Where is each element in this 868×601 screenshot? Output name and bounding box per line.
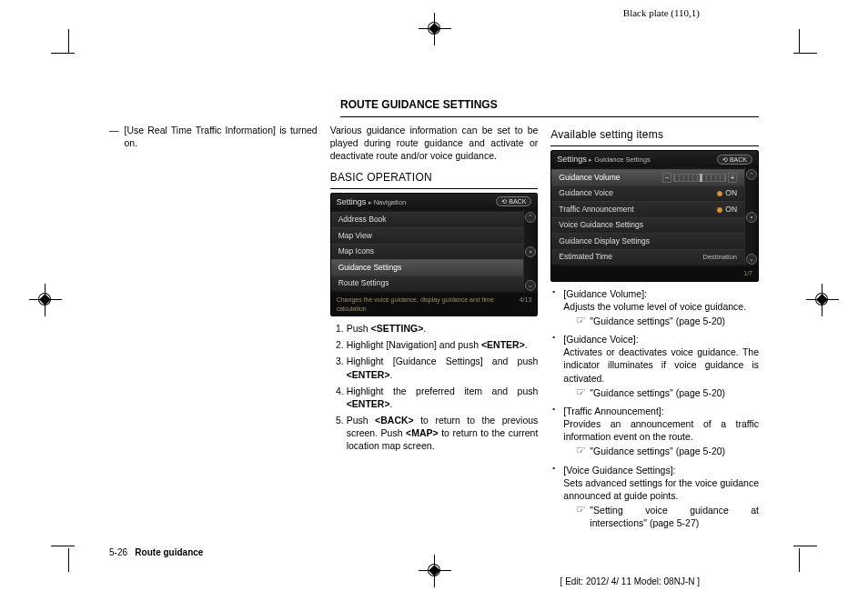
crop-mark [68,29,69,53]
ui-row-value-text: Destination [702,253,737,262]
reference: ☞"Guidance settings" (page 5-20) [563,386,759,399]
ui-breadcrumb-b: Navigation [374,198,406,206]
ui-scroll-up-icon: ⌃ [746,169,757,180]
page-footer-right: [ Edit: 2012/ 4/ 11 Model: 08NJ-N ] [560,576,700,586]
ui-scroll-mid-icon: • [746,212,757,223]
step-text: . [423,323,426,334]
basic-operation-heading: BASIC OPERATION [330,170,539,185]
step-text: Highlight [Navigation] and push [347,339,481,350]
crop-mark [68,548,69,572]
step: Highlight [Navigation] and push <ENTER>. [347,338,539,351]
step-key: <ENTER> [347,369,390,380]
page-footer-title: Route guidance [135,547,203,557]
setting-item-desc: Adjusts the volume level of voice guidan… [563,301,746,312]
ui-scroll-mid-icon: • [525,246,536,257]
setting-item-label: [Guidance Voice]: [563,334,638,345]
ui-row-value: ON [717,188,737,198]
setting-item: [Guidance Volume]: Adjusts the volume le… [550,287,759,328]
column-2: Various guidance information can be set … [330,124,539,536]
ui-breadcrumb: Settings ▸ Navigation [337,196,406,207]
step-text: Push [347,323,371,334]
step-text: . [390,398,393,409]
ui-body: Address Book Map View Map Icons Guidance… [331,210,538,293]
ui-scroll-up-icon: ⌃ [525,212,536,223]
section-heading: ROUTE GUIDANCE SETTINGS [340,98,498,111]
ui-footer-hint: Changes the voice guidance, display guid… [337,295,520,313]
ui-row: Estimated Time Destination [551,249,744,265]
ui-back-label: BACK [730,156,747,163]
ui-volume-indicator [700,174,702,182]
step-key: <BACK> [375,415,414,426]
ui-breadcrumb: Settings ▸ Guidance Settings [557,154,650,165]
column-1: — [Use Real Time Traffic Information] is… [109,124,318,536]
ui-row: Route Settings [331,275,524,291]
step-text: . [525,339,528,350]
ui-breadcrumb-sep: ▸ [368,199,374,205]
ui-breadcrumb-b: Guidance Settings [594,155,650,164]
ui-row-label: Traffic Announcement [559,205,633,215]
reference-icon: ☞ [576,504,586,529]
setting-item: [Traffic Announcement]: Provides an anno… [550,405,759,458]
ui-row: Voice Guidance Settings [551,217,744,233]
setting-item-desc: Activates or deactivates voice guidance.… [563,346,759,383]
ui-list: Guidance Volume − + Guidance Voice ON [551,167,744,266]
ui-back-button: ⟲ BACK [717,155,752,165]
setting-item: [Voice Guidance Settings]: Sets advanced… [550,464,759,530]
sub-rule [550,145,759,146]
ui-scrollbar: ⌃ • ⌄ [523,210,537,293]
ui-row-label: Guidance Voice [559,188,613,198]
setting-items-list: [Guidance Volume]: Adjusts the volume le… [550,287,759,530]
ui-row-highlighted: Guidance Volume − + [551,169,744,185]
section-rule [340,116,759,117]
crop-mark [793,53,817,54]
ui-row-value: ON [717,205,737,215]
ui-volume-bar [673,174,726,182]
document-page: Black plate (110,1) ROUTE GUIDANCE SETTI… [0,0,868,601]
registration-mark [813,291,832,309]
ui-footer: 1/7 [551,266,758,280]
ui-volume-control: − + [662,173,737,183]
reference-text: "Guidance settings" (page 5-20) [590,386,759,399]
crop-mark [799,29,800,53]
setting-item-desc: Sets advanced settings for the voice gui… [563,477,759,501]
ui-back-label: BACK [509,198,526,205]
setting-item-label: [Traffic Announcement]: [563,406,663,416]
reference-icon: ☞ [576,315,586,327]
registration-mark [426,562,444,580]
ui-footer-page: 1/7 [743,269,752,277]
ui-row: Traffic Announcement ON [551,201,744,216]
indicator-on-icon [717,207,722,213]
dash-text: [Use Real Time Traffic Information] is t… [125,124,318,149]
step-key: <ENTER> [347,398,390,409]
ui-row: Address Book [331,212,524,227]
ui-row-value-text: ON [725,188,737,197]
step-text: . [390,369,393,380]
step-key: <MAP> [406,427,439,438]
ui-footer: Changes the voice guidance, display guid… [331,293,538,316]
setting-item-label: [Voice Guidance Settings]: [563,465,675,476]
nav-settings-screenshot: Settings ▸ Navigation ⟲ BACK Address Boo… [330,193,539,316]
step: Highlight [Guidance Settings] and push <… [347,355,539,380]
intro-paragraph: Various guidance information can be set … [330,124,539,163]
plate-label: Black plate (110,1) [623,7,700,18]
registration-mark [36,291,55,309]
dash-icon: — [109,124,119,149]
reference-text: "Guidance settings" (page 5-20) [590,445,759,457]
ui-breadcrumb-a: Settings [557,155,587,164]
step: Push <BACK> to return to the previous sc… [347,414,539,453]
ui-row: Guidance Display Settings [551,233,744,248]
ui-header: Settings ▸ Guidance Settings ⟲ BACK [551,151,758,167]
ui-scroll-down-icon: ⌄ [525,280,536,291]
setting-item-desc: Provides an announcement of a traffic in… [563,418,759,442]
column-3: Available setting items Settings ▸ Guida… [550,124,759,536]
ui-row: Map View [331,227,524,243]
indicator-on-icon [717,191,722,196]
ui-breadcrumb-a: Settings [337,197,367,206]
steps-list: Push <SETTING>. Highlight [Navigation] a… [330,322,539,453]
reference-icon: ☞ [576,445,586,457]
step: Push <SETTING>. [347,322,539,335]
setting-item: [Guidance Voice]: Activates or deactivat… [550,333,759,399]
sub-rule [330,188,539,189]
setting-item-label: [Guidance Volume]: [563,288,647,299]
crop-mark [51,546,75,546]
